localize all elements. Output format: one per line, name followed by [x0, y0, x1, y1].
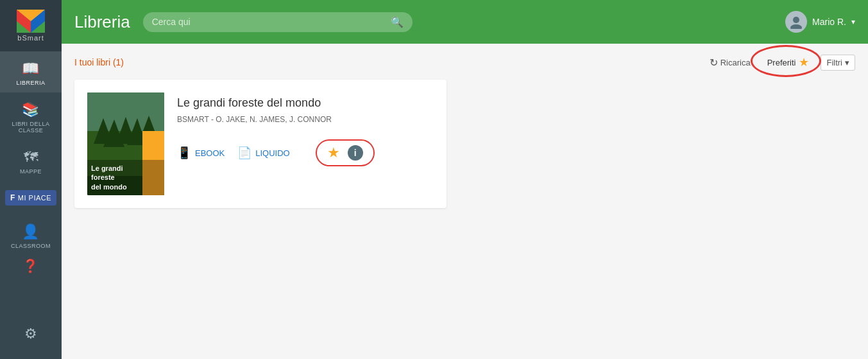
facebook-icon: f	[10, 193, 15, 202]
search-bar[interactable]: 🔍	[143, 12, 413, 32]
ebook-label: EBOOK	[195, 148, 225, 158]
book-cover-title: Le grandiforestedel mondo	[91, 164, 160, 191]
sidebar-bottom: ⚙	[22, 317, 40, 349]
sidebar-item-help[interactable]: ❓	[0, 256, 62, 276]
filtri-button[interactable]: Filtri ▾	[821, 55, 855, 71]
reload-icon: ↻	[710, 57, 718, 69]
book-title: Le grandi foreste del mondo	[177, 96, 434, 110]
filtri-label: Filtri	[826, 58, 842, 67]
page-title: Libreria	[74, 12, 130, 32]
sidebar-item-settings[interactable]: ⚙	[22, 317, 40, 349]
books-icon: 📚	[22, 101, 40, 118]
liquido-label: LIQUIDO	[255, 148, 289, 158]
sidebar: bSmart 📖 LIBRERIA 📚 LIBRI DELLA CLASSE 🗺…	[0, 0, 62, 359]
book-info: Le grandi foreste del mondo BSMART - O. …	[177, 92, 434, 166]
library-icon: 📖	[22, 60, 40, 77]
avatar-icon	[789, 15, 803, 29]
reload-label: Ricarica	[720, 58, 751, 67]
facebook-like-button[interactable]: f Mi piace	[5, 190, 56, 206]
book-actions: 📱 EBOOK 📄 LIQUIDO ★ i	[177, 139, 434, 166]
gear-icon: ⚙	[24, 326, 38, 342]
sidebar-item-facebook[interactable]: f Mi piace	[0, 181, 62, 215]
book-authors: BSMART - O. JAKE, N. JAMES, J. CONNOR	[177, 115, 434, 124]
svg-point-5	[793, 17, 799, 23]
sidebar-item-libreria[interactable]: 📖 LIBRERIA	[0, 51, 62, 92]
sidebar-item-mappe[interactable]: 🗺 MAPPE	[0, 140, 62, 181]
user-dropdown-arrow: ▾	[851, 17, 855, 26]
sidebar-label-mappe: MAPPE	[20, 168, 42, 175]
content-topbar: I tuoi libri (1) ↻ Ricarica Preferiti ★ …	[74, 44, 855, 80]
topbar-actions: ↻ Ricarica Preferiti ★ Filtri ▾	[704, 53, 855, 72]
sidebar-label-libreria: LIBRERIA	[16, 80, 45, 86]
main-area: Libreria 🔍 Mario R. ▾ I tuoi libri (1)	[62, 0, 868, 359]
logo-text: bSmart	[17, 34, 44, 42]
liquido-button[interactable]: 📄 LIQUIDO	[237, 146, 289, 160]
user-avatar	[785, 11, 807, 33]
preferiti-label: Preferiti	[767, 58, 796, 67]
bsmart-logo-icon	[17, 10, 45, 33]
ebook-button[interactable]: 📱 EBOOK	[177, 146, 225, 160]
help-icon: ❓	[22, 258, 39, 274]
book-favorite-star-icon[interactable]: ★	[327, 144, 340, 161]
filtri-dropdown-arrow: ▾	[845, 58, 849, 67]
preferiti-button[interactable]: Preferiti ★	[761, 53, 816, 72]
preferiti-star-icon: ★	[799, 55, 809, 69]
logo[interactable]: bSmart	[0, 0, 62, 51]
book-card: Le grandiforestedel mondo Le grandi fore…	[74, 80, 447, 208]
book-star-info-group: ★ i	[316, 139, 375, 166]
user-menu[interactable]: Mario R. ▾	[785, 11, 855, 33]
header: Libreria 🔍 Mario R. ▾	[62, 0, 868, 44]
reload-button[interactable]: ↻ Ricarica	[704, 54, 756, 71]
user-name: Mario R.	[812, 17, 846, 27]
svg-point-6	[790, 24, 802, 29]
book-cover-overlay: Le grandiforestedel mondo	[87, 160, 164, 195]
search-icon: 🔍	[391, 16, 404, 28]
breadcrumb: I tuoi libri (1)	[74, 57, 124, 67]
book-cover: Le grandiforestedel mondo	[87, 92, 164, 195]
sidebar-label-libri-classe: LIBRI DELLA CLASSE	[3, 121, 59, 134]
ebook-icon: 📱	[177, 146, 191, 160]
sidebar-item-libri-classe[interactable]: 📚 LIBRI DELLA CLASSE	[0, 92, 62, 140]
book-info-button[interactable]: i	[348, 145, 363, 161]
maps-icon: 🗺	[24, 149, 38, 166]
liquido-icon: 📄	[237, 146, 251, 160]
sidebar-label-classroom: CLASSROOM	[11, 243, 51, 249]
facebook-like-label: Mi piace	[18, 194, 51, 202]
search-input[interactable]	[152, 17, 386, 27]
classroom-icon: 👤	[22, 223, 40, 240]
sidebar-item-classroom[interactable]: 👤 CLASSROOM	[0, 215, 62, 256]
content-area: I tuoi libri (1) ↻ Ricarica Preferiti ★ …	[62, 44, 868, 359]
